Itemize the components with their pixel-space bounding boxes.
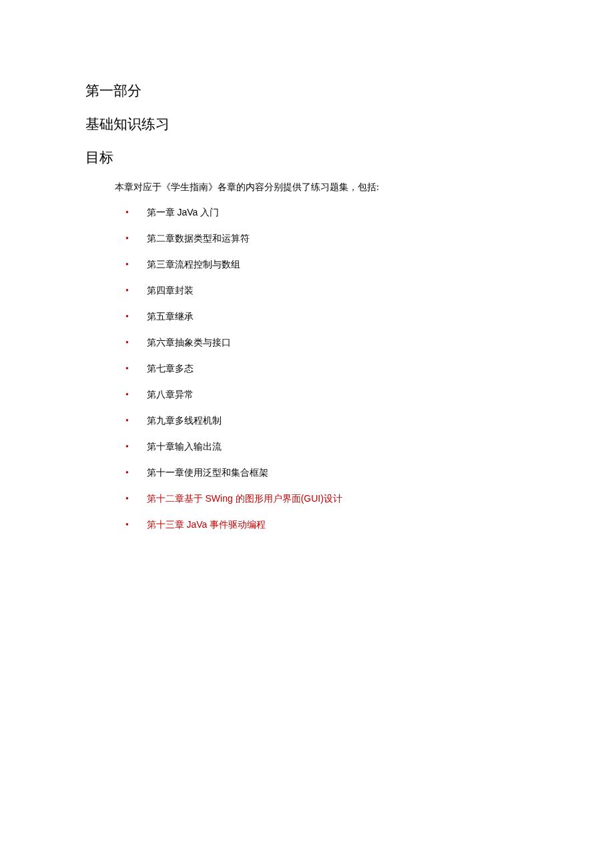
chapter-text-segment: 第四章封装 bbox=[147, 286, 194, 296]
intro-text: 本章对应于《学生指南》各章的内容分别提供了练习题集，包括: bbox=[115, 181, 614, 193]
list-item: 第七章多态 bbox=[125, 362, 614, 376]
list-item: 第三章流程控制与数组 bbox=[125, 258, 614, 272]
list-item: 第五章继承 bbox=[125, 310, 614, 324]
chapter-text-segment: 第十三章 bbox=[147, 520, 187, 530]
list-item: 第二章数据类型和运算符 bbox=[125, 232, 614, 246]
goal-heading: 目标 bbox=[85, 148, 614, 167]
list-item: 第六章抽象类与接口 bbox=[125, 336, 614, 350]
chapter-text-segment: JaVa bbox=[187, 519, 210, 530]
list-item: 第一章 JaVa 入门 bbox=[125, 205, 614, 220]
chapter-text-segment: 第二章数据类型和运算符 bbox=[147, 234, 250, 244]
chapter-text-segment: JaVa bbox=[178, 207, 201, 218]
chapter-text-segment: 第五章继承 bbox=[147, 312, 194, 322]
chapter-text-segment: (GUI) bbox=[301, 493, 324, 504]
chapter-text-segment: 第十一章使用泛型和集合框架 bbox=[147, 468, 268, 478]
list-item: 第四章封装 bbox=[125, 284, 614, 298]
chapter-text-segment: 第十二章基于 bbox=[147, 494, 206, 504]
chapter-text-segment: 设计 bbox=[324, 494, 342, 504]
chapter-text-segment: 第十章输入输出流 bbox=[147, 442, 222, 452]
chapter-text-segment: 第一章 bbox=[147, 207, 178, 218]
chapter-text-segment: 第三章流程控制与数组 bbox=[147, 260, 240, 270]
chapter-text-segment: 的图形用户界面 bbox=[236, 494, 301, 504]
subtitle-heading: 基础知识练习 bbox=[85, 115, 614, 133]
part-heading: 第一部分 bbox=[85, 81, 614, 100]
list-item: 第十章输入输出流 bbox=[125, 440, 614, 454]
chapter-text-segment: 第九章多线程机制 bbox=[147, 416, 222, 426]
chapter-text-segment: 入门 bbox=[200, 207, 219, 218]
chapter-text-segment: SWing bbox=[206, 493, 236, 504]
chapter-text-segment: 第七章多态 bbox=[147, 364, 194, 374]
list-item: 第十一章使用泛型和集合框架 bbox=[125, 466, 614, 480]
chapter-text-segment: 第六章抽象类与接口 bbox=[147, 338, 231, 348]
list-item: 第十三章 JaVa 事件驱动编程 bbox=[125, 518, 614, 532]
chapter-text-segment: 第八章异常 bbox=[147, 390, 194, 400]
list-item: 第九章多线程机制 bbox=[125, 414, 614, 428]
list-item: 第八章异常 bbox=[125, 388, 614, 402]
chapter-list: 第一章 JaVa 入门第二章数据类型和运算符第三章流程控制与数组第四章封装第五章… bbox=[125, 205, 614, 532]
list-item: 第十二章基于 SWing 的图形用户界面(GUI)设计 bbox=[125, 492, 614, 506]
chapter-text-segment: 事件驱动编程 bbox=[210, 520, 266, 530]
